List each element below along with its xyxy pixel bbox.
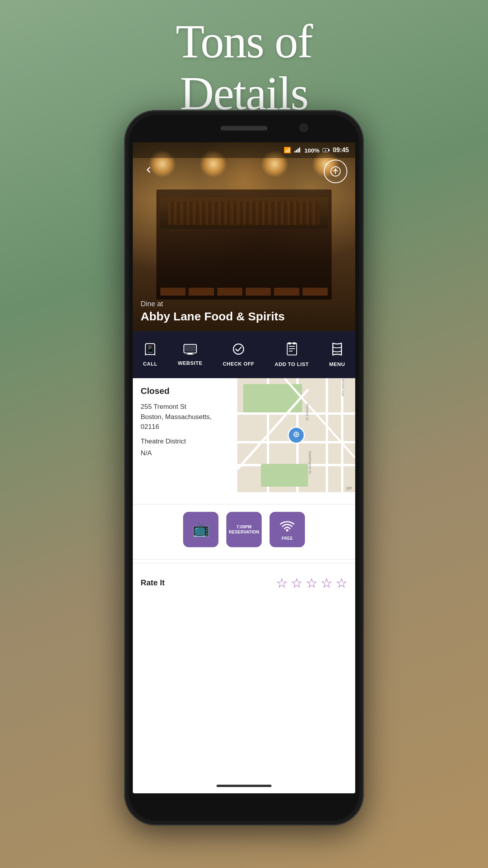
hero-image: Dine at Abby Lane Food & Spirits bbox=[133, 142, 355, 331]
rate-section: Rate It ☆ ☆ ☆ ☆ ☆ bbox=[133, 563, 355, 602]
address: 255 Tremont St Boston, Massachusetts, 02… bbox=[141, 402, 239, 432]
svg-point-17 bbox=[233, 344, 244, 354]
status-text: Closed bbox=[141, 386, 239, 396]
phone-speaker bbox=[220, 126, 268, 131]
svg-rect-15 bbox=[188, 353, 193, 354]
call-action[interactable]: 📱 CALL bbox=[143, 343, 158, 367]
svg-rect-2 bbox=[297, 149, 299, 153]
home-indicator bbox=[216, 785, 272, 787]
time-display: 09:45 bbox=[333, 147, 349, 154]
star-4[interactable]: ☆ bbox=[321, 575, 332, 591]
menu-label: MENU bbox=[329, 361, 345, 367]
svg-rect-16 bbox=[186, 354, 194, 355]
wifi-icon bbox=[279, 519, 296, 535]
hero-subtitle: Dine at bbox=[141, 300, 347, 308]
phone-screen: 📶 100% bbox=[133, 142, 355, 793]
addtolist-action[interactable]: ADD TO LIST bbox=[275, 342, 309, 367]
svg-rect-23 bbox=[293, 342, 296, 344]
map-pin bbox=[288, 427, 305, 444]
amenities-section: 📺 7:00PMRESERVATION FREE bbox=[133, 504, 355, 555]
checkoff-action[interactable]: CHECK OFF bbox=[223, 343, 254, 367]
divider-1 bbox=[133, 504, 355, 504]
hero-text: Dine at Abby Lane Food & Spirits bbox=[141, 300, 347, 323]
address-line3: 02116 bbox=[141, 423, 159, 430]
menu-icon bbox=[331, 342, 343, 359]
phone-camera bbox=[299, 123, 308, 132]
svg-rect-5 bbox=[328, 149, 330, 151]
amenity-tv: 📺 bbox=[183, 512, 218, 547]
reservation-icon: 7:00PMRESERVATION bbox=[229, 524, 259, 535]
map-area[interactable]: Tremont St Harrison Ave Washington St bbox=[237, 378, 355, 492]
battery-text: 100% bbox=[305, 147, 319, 154]
action-bar: 📱 CALL WEBSITE bbox=[133, 331, 355, 378]
address-line2: Boston, Massachusetts, bbox=[141, 413, 211, 421]
phone-device: 📶 100% bbox=[124, 110, 364, 826]
star-rating[interactable]: ☆ ☆ ☆ ☆ ☆ bbox=[276, 575, 347, 591]
page-title: Tons of Details bbox=[0, 16, 488, 120]
divider-2 bbox=[133, 559, 355, 559]
svg-point-29 bbox=[286, 529, 288, 531]
status-bar: 📶 100% bbox=[133, 142, 355, 158]
signal-icon bbox=[294, 147, 301, 154]
amenity-wifi: FREE bbox=[270, 512, 305, 547]
svg-text:📱: 📱 bbox=[146, 345, 155, 353]
addtolist-icon bbox=[286, 342, 298, 359]
info-left: Closed 255 Tremont St Boston, Massachuse… bbox=[133, 378, 247, 465]
back-button[interactable] bbox=[141, 162, 156, 178]
svg-rect-14 bbox=[185, 345, 196, 351]
checkoff-icon bbox=[232, 343, 245, 359]
wifi-free-label: FREE bbox=[282, 536, 293, 541]
address-line1: 255 Tremont St bbox=[141, 403, 186, 410]
svg-rect-3 bbox=[299, 147, 300, 153]
extra-info: N/A bbox=[141, 449, 239, 457]
call-label: CALL bbox=[143, 361, 158, 367]
website-action[interactable]: WEBSITE bbox=[178, 343, 202, 366]
call-icon: 📱 bbox=[144, 343, 156, 359]
star-3[interactable]: ☆ bbox=[306, 575, 317, 591]
checkoff-label: CHECK OFF bbox=[223, 361, 254, 367]
street-label: Harrison Ave bbox=[341, 378, 345, 396]
star-5[interactable]: ☆ bbox=[336, 575, 347, 591]
street-label: Tremont St bbox=[305, 403, 309, 421]
tv-icon: 📺 bbox=[192, 521, 210, 537]
info-section: Closed 255 Tremont St Boston, Massachuse… bbox=[133, 378, 355, 504]
star-2[interactable]: ☆ bbox=[291, 575, 303, 591]
svg-rect-22 bbox=[288, 342, 291, 344]
rate-label: Rate It bbox=[141, 578, 276, 587]
street-label: Washington St bbox=[308, 451, 312, 474]
amenity-reservation: 7:00PMRESERVATION bbox=[226, 512, 262, 547]
svg-rect-1 bbox=[296, 150, 297, 153]
map-attribution: gle bbox=[346, 485, 352, 490]
star-1[interactable]: ☆ bbox=[276, 575, 288, 591]
addtolist-label: ADD TO LIST bbox=[275, 361, 309, 367]
neighborhood: Theatre District bbox=[141, 438, 239, 445]
svg-text:⚡: ⚡ bbox=[324, 149, 327, 152]
wifi-icon: 📶 bbox=[284, 147, 291, 154]
menu-action[interactable]: MENU bbox=[329, 342, 345, 367]
svg-rect-0 bbox=[294, 151, 295, 153]
hero-title: Abby Lane Food & Spirits bbox=[141, 310, 347, 323]
website-icon bbox=[183, 343, 197, 358]
share-button[interactable] bbox=[324, 160, 347, 183]
website-label: WEBSITE bbox=[178, 360, 202, 366]
battery-icon: ⚡ bbox=[323, 147, 330, 154]
